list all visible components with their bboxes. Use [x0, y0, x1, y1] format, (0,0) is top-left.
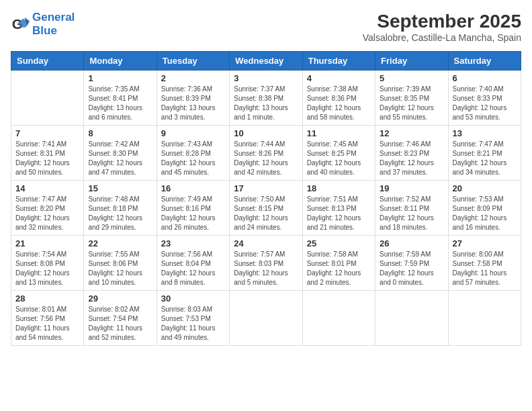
- calendar-cell: 16 Sunrise: 7:49 AMSunset: 8:16 PMDaylig…: [157, 181, 229, 236]
- cell-info: Sunrise: 7:41 AMSunset: 8:31 PMDaylight:…: [15, 140, 79, 177]
- cell-info: Sunrise: 7:49 AMSunset: 8:16 PMDaylight:…: [161, 195, 225, 232]
- calendar-cell: 13 Sunrise: 7:47 AMSunset: 8:21 PMDaylig…: [448, 126, 521, 181]
- cell-info: Sunrise: 7:55 AMSunset: 8:06 PMDaylight:…: [88, 250, 152, 287]
- day-number: 27: [453, 238, 517, 248]
- day-number: 29: [88, 293, 152, 304]
- day-number: 25: [307, 238, 371, 248]
- cell-info: Sunrise: 7:56 AMSunset: 8:04 PMDaylight:…: [161, 250, 225, 287]
- calendar-week-4: 21 Sunrise: 7:54 AMSunset: 8:08 PMDaylig…: [11, 236, 521, 291]
- cell-info: Sunrise: 7:36 AMSunset: 8:39 PMDaylight:…: [161, 85, 225, 122]
- calendar-cell: 19 Sunrise: 7:52 AMSunset: 8:11 PMDaylig…: [375, 181, 448, 236]
- cell-info: Sunrise: 7:44 AMSunset: 8:26 PMDaylight:…: [234, 140, 298, 177]
- day-number: 16: [161, 183, 225, 193]
- day-number: 5: [380, 73, 443, 83]
- day-number: 13: [453, 128, 517, 138]
- cell-info: Sunrise: 7:47 AMSunset: 8:21 PMDaylight:…: [453, 140, 517, 177]
- cell-info: Sunrise: 7:37 AMSunset: 8:38 PMDaylight:…: [234, 85, 298, 122]
- calendar-cell: 27 Sunrise: 8:00 AMSunset: 7:58 PMDaylig…: [448, 236, 521, 291]
- day-number: 21: [15, 238, 79, 248]
- day-number: 20: [453, 183, 517, 193]
- day-number: 28: [15, 293, 79, 304]
- weekday-header-sunday: Sunday: [11, 52, 84, 71]
- calendar-cell: [230, 291, 302, 346]
- logo-text: General Blue: [32, 11, 75, 38]
- calendar-cell: 24 Sunrise: 7:57 AMSunset: 8:03 PMDaylig…: [230, 236, 302, 291]
- calendar-cell: 26 Sunrise: 7:59 AMSunset: 7:59 PMDaylig…: [375, 236, 448, 291]
- calendar-cell: 22 Sunrise: 7:55 AMSunset: 8:06 PMDaylig…: [84, 236, 157, 291]
- location: Valsalobre, Castille-La Mancha, Spain: [363, 32, 521, 43]
- calendar-cell: 1 Sunrise: 7:35 AMSunset: 8:41 PMDayligh…: [84, 71, 157, 126]
- day-number: 10: [234, 128, 298, 138]
- calendar-cell: 4 Sunrise: 7:38 AMSunset: 8:36 PMDayligh…: [302, 71, 375, 126]
- calendar-cell: 23 Sunrise: 7:56 AMSunset: 8:04 PMDaylig…: [157, 236, 229, 291]
- day-number: 2: [161, 73, 225, 83]
- cell-info: Sunrise: 7:51 AMSunset: 8:13 PMDaylight:…: [307, 195, 371, 232]
- logo-icon: G: [11, 15, 30, 34]
- title-block: September 2025 Valsalobre, Castille-La M…: [363, 11, 521, 43]
- calendar-cell: [302, 291, 375, 346]
- cell-info: Sunrise: 7:54 AMSunset: 8:08 PMDaylight:…: [15, 250, 79, 287]
- cell-info: Sunrise: 8:00 AMSunset: 7:58 PMDaylight:…: [453, 250, 517, 287]
- weekday-header-row: SundayMondayTuesdayWednesdayThursdayFrid…: [11, 52, 521, 71]
- cell-info: Sunrise: 8:01 AMSunset: 7:56 PMDaylight:…: [15, 305, 79, 342]
- cell-info: Sunrise: 7:58 AMSunset: 8:01 PMDaylight:…: [307, 250, 371, 287]
- calendar-cell: 3 Sunrise: 7:37 AMSunset: 8:38 PMDayligh…: [230, 71, 302, 126]
- calendar-cell: 8 Sunrise: 7:42 AMSunset: 8:30 PMDayligh…: [84, 126, 157, 181]
- cell-info: Sunrise: 8:03 AMSunset: 7:53 PMDaylight:…: [161, 305, 225, 342]
- cell-info: Sunrise: 8:02 AMSunset: 7:54 PMDaylight:…: [88, 305, 152, 342]
- day-number: 3: [234, 73, 298, 83]
- day-number: 24: [234, 238, 298, 248]
- cell-info: Sunrise: 7:50 AMSunset: 8:15 PMDaylight:…: [234, 195, 298, 232]
- calendar-cell: 28 Sunrise: 8:01 AMSunset: 7:56 PMDaylig…: [11, 291, 84, 346]
- calendar-week-1: 1 Sunrise: 7:35 AMSunset: 8:41 PMDayligh…: [11, 71, 521, 126]
- calendar-cell: 9 Sunrise: 7:43 AMSunset: 8:28 PMDayligh…: [157, 126, 229, 181]
- logo: G General Blue: [11, 11, 75, 38]
- calendar-cell: 10 Sunrise: 7:44 AMSunset: 8:26 PMDaylig…: [230, 126, 302, 181]
- calendar-table: SundayMondayTuesdayWednesdayThursdayFrid…: [11, 51, 521, 346]
- day-number: 11: [307, 128, 371, 138]
- day-number: 8: [88, 128, 152, 138]
- calendar-cell: 2 Sunrise: 7:36 AMSunset: 8:39 PMDayligh…: [157, 71, 229, 126]
- cell-info: Sunrise: 7:43 AMSunset: 8:28 PMDaylight:…: [161, 140, 225, 177]
- day-number: 30: [161, 293, 225, 304]
- calendar-cell: 5 Sunrise: 7:39 AMSunset: 8:35 PMDayligh…: [375, 71, 448, 126]
- day-number: 6: [453, 73, 517, 83]
- calendar-cell: 12 Sunrise: 7:46 AMSunset: 8:23 PMDaylig…: [375, 126, 448, 181]
- cell-info: Sunrise: 7:40 AMSunset: 8:33 PMDaylight:…: [453, 85, 517, 122]
- day-number: 12: [380, 128, 443, 138]
- day-number: 7: [15, 128, 79, 138]
- cell-info: Sunrise: 7:53 AMSunset: 8:09 PMDaylight:…: [453, 195, 517, 232]
- weekday-header-saturday: Saturday: [448, 52, 521, 71]
- cell-info: Sunrise: 7:46 AMSunset: 8:23 PMDaylight:…: [380, 140, 443, 177]
- calendar-cell: 15 Sunrise: 7:48 AMSunset: 8:18 PMDaylig…: [84, 181, 157, 236]
- cell-info: Sunrise: 7:35 AMSunset: 8:41 PMDaylight:…: [88, 85, 152, 122]
- page-header: G General Blue September 2025 Valsalobre…: [11, 11, 521, 43]
- month-title: September 2025: [363, 11, 521, 32]
- cell-info: Sunrise: 7:39 AMSunset: 8:35 PMDaylight:…: [380, 85, 443, 122]
- cell-info: Sunrise: 7:47 AMSunset: 8:20 PMDaylight:…: [15, 195, 79, 232]
- weekday-header-wednesday: Wednesday: [230, 52, 302, 71]
- day-number: 22: [88, 238, 152, 248]
- calendar-week-2: 7 Sunrise: 7:41 AMSunset: 8:31 PMDayligh…: [11, 126, 521, 181]
- calendar-cell: 21 Sunrise: 7:54 AMSunset: 8:08 PMDaylig…: [11, 236, 84, 291]
- day-number: 4: [307, 73, 371, 83]
- calendar-week-5: 28 Sunrise: 8:01 AMSunset: 7:56 PMDaylig…: [11, 291, 521, 346]
- day-number: 19: [380, 183, 443, 193]
- calendar-cell: 6 Sunrise: 7:40 AMSunset: 8:33 PMDayligh…: [448, 71, 521, 126]
- weekday-header-monday: Monday: [84, 52, 157, 71]
- calendar-cell: 20 Sunrise: 7:53 AMSunset: 8:09 PMDaylig…: [448, 181, 521, 236]
- day-number: 26: [380, 238, 443, 248]
- day-number: 15: [88, 183, 152, 193]
- calendar-cell: 30 Sunrise: 8:03 AMSunset: 7:53 PMDaylig…: [157, 291, 229, 346]
- day-number: 18: [307, 183, 371, 193]
- calendar-cell: [11, 71, 84, 126]
- calendar-cell: 18 Sunrise: 7:51 AMSunset: 8:13 PMDaylig…: [302, 181, 375, 236]
- calendar-cell: 14 Sunrise: 7:47 AMSunset: 8:20 PMDaylig…: [11, 181, 84, 236]
- cell-info: Sunrise: 7:38 AMSunset: 8:36 PMDaylight:…: [307, 85, 371, 122]
- calendar-cell: [375, 291, 448, 346]
- calendar-week-3: 14 Sunrise: 7:47 AMSunset: 8:20 PMDaylig…: [11, 181, 521, 236]
- calendar-cell: 29 Sunrise: 8:02 AMSunset: 7:54 PMDaylig…: [84, 291, 157, 346]
- calendar-cell: 17 Sunrise: 7:50 AMSunset: 8:15 PMDaylig…: [230, 181, 302, 236]
- day-number: 9: [161, 128, 225, 138]
- day-number: 17: [234, 183, 298, 193]
